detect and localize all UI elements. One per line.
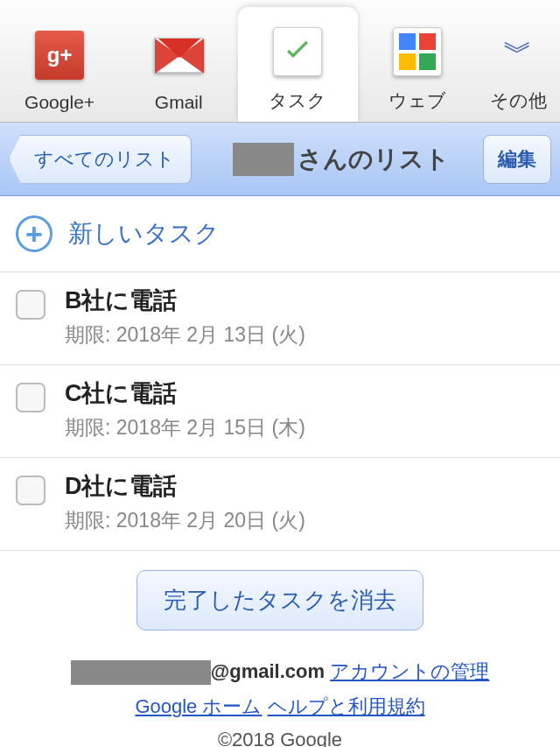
help-terms-link[interactable]: ヘルプと利用規約 [268,695,425,717]
task-row[interactable]: B社に電話 期限: 2018年 2月 13日 (火) [0,272,560,365]
chevron-down-icon: ︾ [492,25,544,78]
app-tabbar: g+ Google+ Gmail タスク ウェブ ︾ その他 [0,0,560,123]
task-title: D社に電話 [65,470,544,502]
task-due: 期限: 2018年 2月 20日 (火) [65,507,544,534]
task-title: C社に電話 [65,377,544,409]
tab-google-plus[interactable]: g+ Google+ [0,0,119,122]
clear-completed-button[interactable]: 完了したタスクを消去 [136,570,424,631]
redacted-name [233,143,294,176]
list-header: すべてのリスト さんのリスト 編集 [0,123,560,196]
footer: @gmail.com アカウントの管理 Google ホーム ヘルプと利用規約 … [0,643,560,747]
task-row[interactable]: C社に電話 期限: 2018年 2月 15日 (木) [0,365,560,458]
copyright: ©2018 Google [0,729,560,747]
account-management-link[interactable]: アカウントの管理 [330,660,489,682]
task-due: 期限: 2018年 2月 13日 (火) [65,321,544,349]
tab-label: その他 [490,88,547,113]
task-checkbox[interactable] [16,383,46,412]
tab-gmail[interactable]: Gmail [119,0,238,122]
task-title: B社に電話 [65,285,544,316]
task-content: D社に電話 期限: 2018年 2月 20日 (火) [65,470,544,534]
task-checkbox[interactable] [16,290,46,320]
tab-web[interactable]: ウェブ [358,0,477,122]
tab-label: ウェブ [388,88,446,113]
tasks-icon [271,25,324,78]
email-suffix: @gmail.com [211,660,325,682]
back-button[interactable]: すべてのリスト [9,135,192,184]
task-row[interactable]: D社に電話 期限: 2018年 2月 20日 (火) [0,458,560,551]
tab-label: Google+ [24,92,94,113]
task-checkbox[interactable] [16,476,46,505]
web-icon [391,25,444,78]
tab-more[interactable]: ︾ その他 [477,0,560,122]
list-title-wrap: さんのリスト [199,143,483,176]
gplus-icon: g+ [33,29,86,81]
new-task-row[interactable]: 新しいタスク [0,196,560,272]
new-task-label: 新しいタスク [68,217,220,250]
plus-icon [16,215,52,252]
clear-completed-wrap: 完了したタスクを消去 [0,551,560,643]
task-due: 期限: 2018年 2月 15日 (木) [65,414,544,441]
task-content: B社に電話 期限: 2018年 2月 13日 (火) [65,285,544,349]
gmail-icon [152,29,205,81]
tab-label: タスク [269,88,326,113]
list-title: さんのリスト [298,143,450,176]
edit-button[interactable]: 編集 [483,135,551,184]
google-home-link[interactable]: Google ホーム [135,695,262,717]
task-content: C社に電話 期限: 2018年 2月 15日 (木) [65,377,544,441]
tab-label: Gmail [155,92,203,113]
redacted-email [71,660,211,685]
tab-tasks[interactable]: タスク [238,7,357,122]
